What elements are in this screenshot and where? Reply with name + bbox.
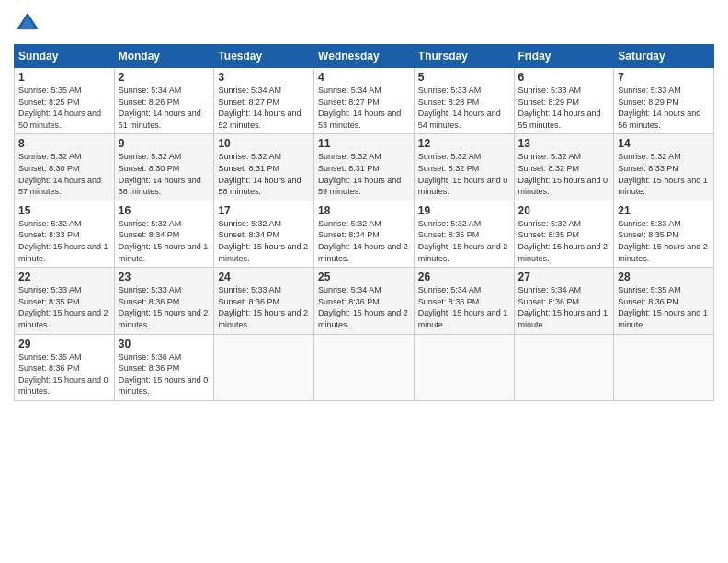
day-number: 6	[518, 71, 610, 84]
day-number: 8	[18, 137, 110, 150]
day-number: 22	[18, 270, 110, 283]
calendar-cell: 2Sunrise: 5:34 AMSunset: 8:26 PMDaylight…	[114, 68, 214, 134]
calendar-week-5: 29Sunrise: 5:35 AMSunset: 8:36 PMDayligh…	[15, 334, 714, 400]
day-info: Sunrise: 5:32 AMSunset: 8:34 PMDaylight:…	[318, 218, 410, 264]
day-info: Sunrise: 5:33 AMSunset: 8:36 PMDaylight:…	[119, 284, 210, 330]
day-number: 29	[18, 338, 110, 350]
day-info: Sunrise: 5:34 AMSunset: 8:26 PMDaylight:…	[119, 85, 210, 131]
day-info: Sunrise: 5:33 AMSunset: 8:29 PMDaylight:…	[518, 85, 610, 131]
calendar-cell: 26Sunrise: 5:34 AMSunset: 8:36 PMDayligh…	[414, 268, 514, 334]
day-number: 25	[318, 270, 410, 283]
day-info: Sunrise: 5:33 AMSunset: 8:35 PMDaylight:…	[18, 284, 110, 330]
day-number: 18	[318, 204, 410, 217]
day-info: Sunrise: 5:34 AMSunset: 8:27 PMDaylight:…	[218, 85, 310, 131]
calendar-cell: 13Sunrise: 5:32 AMSunset: 8:32 PMDayligh…	[514, 134, 614, 201]
calendar-header-saturday: Saturday	[614, 45, 714, 68]
calendar-cell: 23Sunrise: 5:33 AMSunset: 8:36 PMDayligh…	[114, 268, 214, 334]
calendar-cell: 25Sunrise: 5:34 AMSunset: 8:36 PMDayligh…	[314, 268, 415, 334]
day-info: Sunrise: 5:34 AMSunset: 8:27 PMDaylight:…	[318, 85, 410, 131]
day-number: 9	[119, 137, 210, 150]
calendar-cell: 17Sunrise: 5:32 AMSunset: 8:34 PMDayligh…	[214, 201, 314, 267]
calendar-cell	[514, 334, 614, 400]
day-number: 10	[218, 137, 310, 150]
day-info: Sunrise: 5:32 AMSunset: 8:31 PMDaylight:…	[318, 151, 410, 197]
calendar-cell: 20Sunrise: 5:32 AMSunset: 8:35 PMDayligh…	[514, 201, 614, 267]
day-number: 27	[518, 270, 610, 283]
day-info: Sunrise: 5:32 AMSunset: 8:33 PMDaylight:…	[618, 151, 710, 197]
calendar-cell: 22Sunrise: 5:33 AMSunset: 8:35 PMDayligh…	[15, 268, 115, 334]
calendar-cell: 21Sunrise: 5:33 AMSunset: 8:35 PMDayligh…	[614, 201, 714, 267]
day-number: 24	[218, 270, 310, 283]
day-number: 7	[618, 71, 710, 84]
calendar-header-friday: Friday	[514, 45, 614, 68]
day-number: 20	[518, 204, 610, 217]
calendar-cell: 3Sunrise: 5:34 AMSunset: 8:27 PMDaylight…	[214, 68, 314, 134]
day-info: Sunrise: 5:34 AMSunset: 8:36 PMDaylight:…	[318, 284, 410, 330]
logo	[14, 9, 45, 37]
day-info: Sunrise: 5:33 AMSunset: 8:35 PMDaylight:…	[618, 218, 710, 264]
day-number: 12	[418, 137, 510, 150]
day-number: 4	[318, 71, 410, 84]
calendar-cell: 9Sunrise: 5:32 AMSunset: 8:30 PMDaylight…	[114, 134, 214, 201]
header	[14, 9, 714, 37]
day-number: 2	[119, 71, 210, 84]
day-info: Sunrise: 5:32 AMSunset: 8:32 PMDaylight:…	[418, 151, 510, 197]
calendar-header-thursday: Thursday	[414, 45, 514, 68]
logo-icon	[14, 9, 41, 37]
calendar-header-sunday: Sunday	[15, 45, 115, 68]
day-info: Sunrise: 5:32 AMSunset: 8:30 PMDaylight:…	[18, 151, 110, 197]
day-number: 19	[418, 204, 510, 217]
calendar-cell: 7Sunrise: 5:33 AMSunset: 8:29 PMDaylight…	[614, 68, 714, 134]
calendar-cell: 5Sunrise: 5:33 AMSunset: 8:28 PMDaylight…	[414, 68, 514, 134]
calendar-cell	[214, 334, 314, 400]
day-info: Sunrise: 5:32 AMSunset: 8:34 PMDaylight:…	[218, 218, 310, 264]
day-info: Sunrise: 5:33 AMSunset: 8:36 PMDaylight:…	[218, 284, 310, 330]
day-info: Sunrise: 5:32 AMSunset: 8:31 PMDaylight:…	[218, 151, 310, 197]
day-number: 26	[418, 270, 510, 283]
day-number: 13	[518, 137, 610, 150]
day-number: 17	[218, 204, 310, 217]
calendar-cell: 8Sunrise: 5:32 AMSunset: 8:30 PMDaylight…	[15, 134, 115, 201]
calendar-cell: 16Sunrise: 5:32 AMSunset: 8:34 PMDayligh…	[114, 201, 214, 267]
calendar-header-row: SundayMondayTuesdayWednesdayThursdayFrid…	[15, 45, 714, 68]
day-info: Sunrise: 5:32 AMSunset: 8:30 PMDaylight:…	[119, 151, 210, 197]
day-info: Sunrise: 5:35 AMSunset: 8:36 PMDaylight:…	[618, 284, 710, 330]
calendar: SundayMondayTuesdayWednesdayThursdayFrid…	[14, 44, 714, 401]
calendar-cell: 4Sunrise: 5:34 AMSunset: 8:27 PMDaylight…	[314, 68, 415, 134]
calendar-cell: 10Sunrise: 5:32 AMSunset: 8:31 PMDayligh…	[214, 134, 314, 201]
day-number: 16	[119, 204, 210, 217]
day-number: 21	[618, 204, 710, 217]
calendar-header-monday: Monday	[114, 45, 214, 68]
day-number: 1	[18, 71, 110, 84]
day-number: 15	[18, 204, 110, 217]
day-number: 14	[618, 137, 710, 150]
calendar-cell: 6Sunrise: 5:33 AMSunset: 8:29 PMDaylight…	[514, 68, 614, 134]
calendar-cell: 1Sunrise: 5:35 AMSunset: 8:25 PMDaylight…	[15, 68, 115, 134]
day-number: 5	[418, 71, 510, 84]
calendar-cell: 14Sunrise: 5:32 AMSunset: 8:33 PMDayligh…	[614, 134, 714, 201]
day-info: Sunrise: 5:32 AMSunset: 8:34 PMDaylight:…	[119, 218, 210, 264]
day-info: Sunrise: 5:32 AMSunset: 8:33 PMDaylight:…	[18, 218, 110, 264]
day-info: Sunrise: 5:35 AMSunset: 8:25 PMDaylight:…	[18, 85, 110, 131]
calendar-cell	[614, 334, 714, 400]
calendar-cell: 24Sunrise: 5:33 AMSunset: 8:36 PMDayligh…	[214, 268, 314, 334]
day-info: Sunrise: 5:33 AMSunset: 8:28 PMDaylight:…	[418, 85, 510, 131]
day-info: Sunrise: 5:33 AMSunset: 8:29 PMDaylight:…	[618, 85, 710, 131]
calendar-cell: 28Sunrise: 5:35 AMSunset: 8:36 PMDayligh…	[614, 268, 714, 334]
day-number: 30	[119, 338, 210, 350]
calendar-cell: 11Sunrise: 5:32 AMSunset: 8:31 PMDayligh…	[314, 134, 415, 201]
day-number: 11	[318, 137, 410, 150]
day-info: Sunrise: 5:34 AMSunset: 8:36 PMDaylight:…	[518, 284, 610, 330]
calendar-cell: 15Sunrise: 5:32 AMSunset: 8:33 PMDayligh…	[15, 201, 115, 267]
day-info: Sunrise: 5:32 AMSunset: 8:35 PMDaylight:…	[418, 218, 510, 264]
calendar-cell: 27Sunrise: 5:34 AMSunset: 8:36 PMDayligh…	[514, 268, 614, 334]
day-info: Sunrise: 5:32 AMSunset: 8:35 PMDaylight:…	[518, 218, 610, 264]
calendar-week-1: 1Sunrise: 5:35 AMSunset: 8:25 PMDaylight…	[15, 68, 714, 134]
day-number: 3	[218, 71, 310, 84]
calendar-week-3: 15Sunrise: 5:32 AMSunset: 8:33 PMDayligh…	[15, 201, 714, 267]
page: SundayMondayTuesdayWednesdayThursdayFrid…	[0, 0, 728, 563]
calendar-cell	[414, 334, 514, 400]
calendar-week-4: 22Sunrise: 5:33 AMSunset: 8:35 PMDayligh…	[15, 268, 714, 334]
calendar-cell: 30Sunrise: 5:36 AMSunset: 8:36 PMDayligh…	[114, 334, 214, 400]
calendar-week-2: 8Sunrise: 5:32 AMSunset: 8:30 PMDaylight…	[15, 134, 714, 201]
